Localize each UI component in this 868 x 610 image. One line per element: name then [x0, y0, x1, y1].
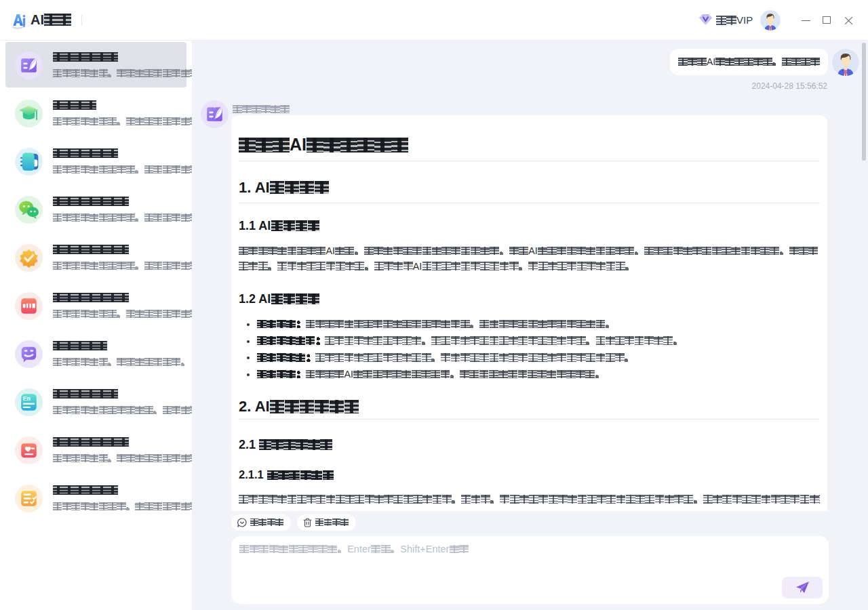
svg-text:En: En [23, 394, 31, 401]
